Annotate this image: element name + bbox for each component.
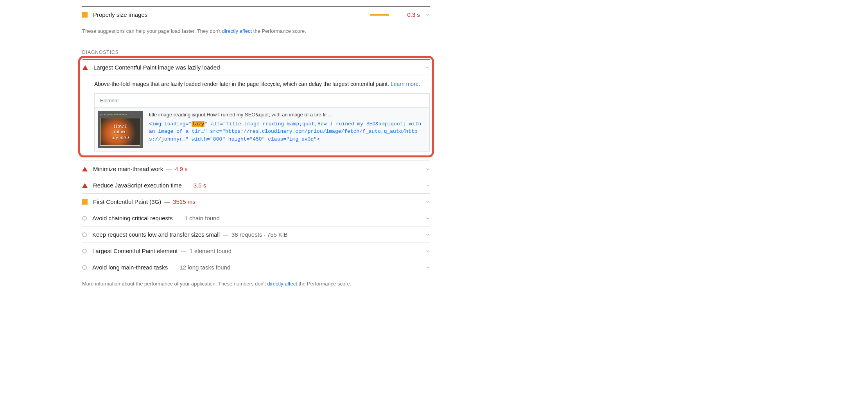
opportunity-properly-size-images[interactable]: Properly size images 0.3 s bbox=[82, 6, 430, 23]
metric-separator: — bbox=[166, 166, 172, 172]
diagnostic-avoid-long-main-thread-tasks[interactable]: Avoid long main-thread tasks—12 long tas… bbox=[82, 259, 430, 275]
diagnostic-metric: 3.5 s bbox=[194, 182, 206, 189]
highlighted-audit-box: Largest Contentful Paint image was lazil… bbox=[78, 56, 434, 157]
triangle-error-icon bbox=[82, 167, 88, 171]
chevron-down-icon bbox=[425, 265, 430, 270]
snippet-alt-text: title image reading &quot;How I ruined m… bbox=[149, 111, 426, 119]
opportunity-bar bbox=[370, 14, 402, 16]
diagnostic-title: Minimize main-thread work bbox=[93, 166, 163, 172]
diagnostic-metric: 3515 ms bbox=[173, 198, 195, 205]
diagnostics-header: DIAGNOSTICS bbox=[82, 50, 430, 55]
chevron-down-icon bbox=[425, 12, 430, 17]
diagnostics-footer: More information about the performance o… bbox=[82, 281, 430, 287]
circle-info-icon bbox=[82, 249, 87, 253]
lazy-highlight: lazy bbox=[192, 121, 204, 127]
chevron-down-icon bbox=[425, 200, 430, 204]
opportunity-title: Properly size images bbox=[93, 11, 147, 18]
chevron-down-icon bbox=[425, 183, 430, 188]
element-snippet: title image reading &quot;How I ruined m… bbox=[149, 111, 426, 148]
chevron-up-icon bbox=[425, 65, 430, 70]
square-warning-icon bbox=[82, 199, 88, 205]
element-column-header: Element bbox=[95, 94, 429, 108]
opportunity-value: 0.3 s bbox=[407, 11, 420, 18]
directly-affect-link[interactable]: directly affect bbox=[222, 28, 252, 34]
diagnostic-metric: 4.9 s bbox=[175, 166, 188, 172]
diagnostic-title: Keep request counts low and transfer siz… bbox=[92, 231, 220, 238]
metric-separator: — bbox=[171, 264, 176, 271]
opportunities-footer: These suggestions can help your page loa… bbox=[82, 28, 430, 34]
circle-info-icon bbox=[82, 216, 87, 221]
learn-more-link[interactable]: Learn more bbox=[391, 81, 419, 87]
truncated-previous-audit bbox=[94, 0, 430, 3]
element-table: Element you and people think the same Ho… bbox=[94, 93, 430, 152]
chevron-down-icon bbox=[425, 249, 430, 253]
diagnostic-metric: 1 element found bbox=[189, 248, 231, 254]
chevron-down-icon bbox=[425, 167, 430, 171]
diagnostic-minimize-main-thread-work[interactable]: Minimize main-thread work—4.9 s bbox=[82, 161, 430, 177]
metric-separator: — bbox=[223, 232, 228, 238]
chevron-down-icon bbox=[425, 232, 430, 237]
element-thumbnail: you and people think the same How I ruin… bbox=[98, 111, 143, 148]
diagnostic-keep-request-counts-low-and-transfer-sizes-small[interactable]: Keep request counts low and transfer siz… bbox=[82, 226, 430, 243]
square-warning-icon bbox=[82, 12, 88, 18]
diagnostic-title: Avoid chaining critical requests bbox=[92, 215, 173, 221]
diagnostic-reduce-javascript-execution-time[interactable]: Reduce JavaScript execution time—3.5 s bbox=[82, 177, 430, 193]
diagnostic-metric: 1 chain found bbox=[185, 215, 220, 221]
diagnostic-metric: 12 long tasks found bbox=[179, 264, 230, 271]
triangle-error-icon bbox=[82, 65, 88, 70]
metric-separator: — bbox=[181, 248, 186, 254]
diagnostic-title: First Contentful Paint (3G) bbox=[93, 198, 161, 205]
diagnostic-lcp-lazy-loaded[interactable]: Largest Contentful Paint image was lazil… bbox=[82, 59, 430, 75]
diagnostic-largest-contentful-paint-element[interactable]: Largest Contentful Paint element—1 eleme… bbox=[82, 243, 430, 259]
circle-info-icon bbox=[82, 265, 87, 270]
diagnostic-avoid-chaining-critical-requests[interactable]: Avoid chaining critical requests—1 chain… bbox=[82, 210, 430, 226]
snippet-code: <img loading="lazy" alt="title image rea… bbox=[149, 120, 426, 143]
metric-separator: — bbox=[164, 199, 170, 205]
metric-separator: — bbox=[185, 182, 190, 189]
diagnostic-metric: 38 requests · 755 KiB bbox=[231, 231, 287, 238]
diagnostic-description: Above-the-fold images that are lazily lo… bbox=[94, 81, 430, 87]
triangle-error-icon bbox=[82, 183, 88, 188]
diagnostic-title: Reduce JavaScript execution time bbox=[93, 182, 182, 189]
diagnostic-first-contentful-paint-3g[interactable]: First Contentful Paint (3G)—3515 ms bbox=[82, 193, 430, 210]
diagnostic-expanded-body: Above-the-fold images that are lazily lo… bbox=[82, 75, 430, 152]
diagnostic-title: Largest Contentful Paint image was lazil… bbox=[93, 64, 220, 71]
chevron-down-icon bbox=[425, 216, 430, 221]
circle-info-icon bbox=[82, 232, 87, 237]
diagnostic-title: Largest Contentful Paint element bbox=[92, 248, 178, 254]
element-row: you and people think the same How I ruin… bbox=[95, 108, 429, 151]
diagnostic-title: Avoid long main-thread tasks bbox=[92, 264, 168, 271]
metric-separator: — bbox=[176, 215, 181, 221]
directly-affect-link-2[interactable]: directly affect bbox=[267, 281, 297, 287]
